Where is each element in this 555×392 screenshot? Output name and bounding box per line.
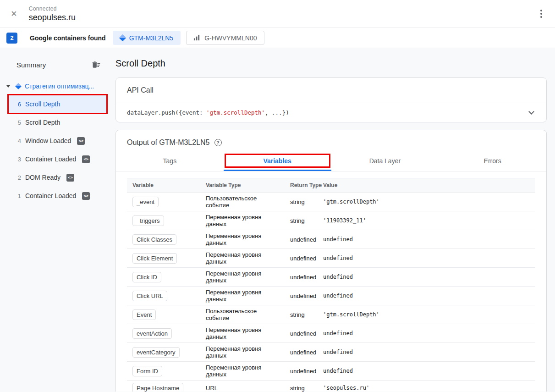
event-list: 6 Scroll Depth 5 Scroll Depth 4 Window L…	[0, 95, 108, 205]
gtm-diamond-icon	[15, 83, 22, 89]
gtm-container-chip[interactable]: GTM-M3L2LN5	[113, 31, 181, 45]
variable-chip: Event	[132, 309, 156, 320]
sidebar-event-4[interactable]: 4 Window Loaded <>	[8, 132, 107, 150]
value-cell: undefined	[318, 287, 535, 305]
return-type-cell: string	[285, 381, 318, 392]
output-card-header: Output of GTM-M3L2LN5 ?	[116, 130, 546, 151]
containers-bar: 2 Google containers found GTM-M3L2LN5 G-…	[0, 28, 555, 48]
variable-chip: Click Classes	[132, 234, 176, 245]
return-type-cell: string	[285, 193, 318, 211]
event-label: DOM Ready	[25, 174, 60, 181]
event-number: 2	[16, 174, 21, 181]
variable-chip: eventAction	[132, 328, 172, 339]
variable-chip: eventCategory	[132, 347, 180, 358]
sidebar-event-5[interactable]: 5 Scroll Depth	[8, 113, 107, 132]
tab-label: Data Layer	[369, 157, 401, 165]
variable-row-event: Event Пользовательское событие string 'g…	[127, 305, 535, 324]
code-badge-icon: <>	[77, 137, 85, 145]
variable-type-cell: URL	[200, 381, 285, 392]
ga-container-chip[interactable]: G-HWVYMMLN00	[186, 31, 264, 45]
value-cell: undefined	[318, 268, 535, 287]
close-icon[interactable]: ×	[11, 9, 17, 19]
tag-assistant-app: × Connected seopulses.ru 2 Google contai…	[0, 0, 555, 392]
more-menu-icon[interactable]	[538, 7, 545, 21]
event-number: 5	[16, 119, 21, 126]
api-call-row[interactable]: dataLayer.push({event: 'gtm.scrollDepth'…	[116, 103, 546, 122]
api-call-code: dataLayer.push({event: 'gtm.scrollDepth'…	[127, 109, 289, 116]
column-header-variable: Variable	[127, 178, 200, 193]
sidebar-event-3[interactable]: 3 Container Loaded <>	[8, 150, 107, 168]
event-number: 3	[16, 156, 21, 163]
sidebar-event-6[interactable]: 6 Scroll Depth	[8, 95, 107, 113]
tab-errors[interactable]: Errors	[439, 151, 546, 171]
variable-row-form-id: Form ID Переменная уровня данных undefin…	[127, 362, 535, 381]
event-label: Container Loaded	[25, 192, 76, 199]
variable-type-cell: Переменная уровня данных	[200, 211, 285, 230]
output-title: Output of GTM-M3L2LN5	[127, 138, 210, 147]
sidebar-event-1[interactable]: 1 Container Loaded <>	[8, 187, 107, 205]
collapse-caret-icon[interactable]	[6, 85, 10, 88]
connection-status: Connected	[29, 6, 538, 12]
variable-chip: _event	[132, 197, 159, 207]
value-cell: 'gtm.scrollDepth'	[318, 305, 535, 324]
variable-row-click-id: Click ID Переменная уровня данных undefi…	[127, 268, 535, 287]
sidebar-event-2[interactable]: 2 DOM Ready <>	[8, 168, 107, 187]
variable-row-eventcategory: eventCategory Переменная уровня данных u…	[127, 343, 535, 362]
code-badge-icon: <>	[82, 155, 90, 163]
tab-variables[interactable]: Variables	[224, 151, 331, 171]
column-header-value: Value	[318, 178, 535, 193]
column-header-return-type: Return Type	[285, 178, 318, 193]
value-cell: 'seopulses.ru'	[318, 381, 535, 392]
bar-chart-icon	[193, 34, 200, 41]
output-tabs: Tags Variables Data Layer Errors	[116, 151, 546, 171]
value-cell: undefined	[318, 362, 535, 381]
return-type-cell: undefined	[285, 287, 318, 305]
api-call-card: API Call dataLayer.push({event: 'gtm.scr…	[115, 77, 547, 122]
code-badge-icon: <>	[66, 174, 74, 182]
event-label: Scroll Depth	[25, 119, 60, 126]
variable-type-cell: Переменная уровня данных	[200, 287, 285, 305]
return-type-cell: undefined	[285, 249, 318, 268]
main-panel: Scroll Depth API Call dataLayer.push({ev…	[108, 48, 555, 392]
container-group-row[interactable]: Стратегия оптимизац...	[0, 77, 108, 95]
code-badge-icon: <>	[82, 192, 90, 200]
value-cell: '11903392_11'	[318, 211, 535, 230]
variable-chip: Click ID	[132, 272, 161, 282]
tab-tags[interactable]: Tags	[116, 151, 224, 171]
code-string-literal: 'gtm.scrollDepth'	[206, 109, 265, 116]
ga-container-id: G-HWVYMMLN00	[204, 34, 257, 42]
tab-label: Variables	[263, 157, 291, 165]
return-type-cell: string	[285, 211, 318, 230]
variable-type-cell: Переменная уровня данных	[200, 249, 285, 268]
event-label: Scroll Depth	[25, 100, 60, 108]
sidebar-header: Summary	[0, 57, 108, 77]
return-type-cell: undefined	[285, 343, 318, 362]
page-title: Scroll Depth	[115, 58, 547, 69]
chevron-down-icon	[528, 109, 534, 115]
tab-label: Tags	[163, 157, 177, 165]
container-group-label: Стратегия оптимизац...	[25, 83, 94, 90]
clear-events-icon[interactable]	[92, 60, 101, 69]
event-number: 6	[16, 101, 21, 108]
connection-info: Connected seopulses.ru	[29, 6, 538, 22]
variable-row-click-url: Click URL Переменная уровня данных undef…	[127, 287, 535, 305]
value-cell: undefined	[318, 230, 535, 249]
connected-site-title: seopulses.ru	[29, 13, 538, 22]
variable-chip: Click Element	[132, 253, 177, 264]
variable-row-click-classes: Click Classes Переменная уровня данных u…	[127, 230, 535, 249]
tab-data-layer[interactable]: Data Layer	[331, 151, 439, 171]
topbar: × Connected seopulses.ru	[0, 0, 555, 28]
variable-row-page-hostname: Page Hostname URL string 'seopulses.ru'	[127, 381, 535, 392]
help-icon[interactable]: ?	[214, 139, 222, 146]
api-call-title: API Call	[116, 78, 546, 103]
return-type-cell: undefined	[285, 362, 318, 381]
return-type-cell: undefined	[285, 230, 318, 249]
variable-row-click-element: Click Element Переменная уровня данных u…	[127, 249, 535, 268]
tab-label: Errors	[484, 157, 501, 165]
return-type-cell: undefined	[285, 324, 318, 343]
event-number: 1	[16, 193, 21, 199]
variable-row-_event: _event Пользовательское событие string '…	[127, 193, 535, 211]
value-cell: 'gtm.scrollDepth'	[318, 193, 535, 211]
variables-table-wrap: VariableVariable TypeReturn TypeValue _e…	[116, 171, 546, 392]
content-area: Summary Стратегия оптимизац... 6 Scroll …	[0, 48, 555, 392]
